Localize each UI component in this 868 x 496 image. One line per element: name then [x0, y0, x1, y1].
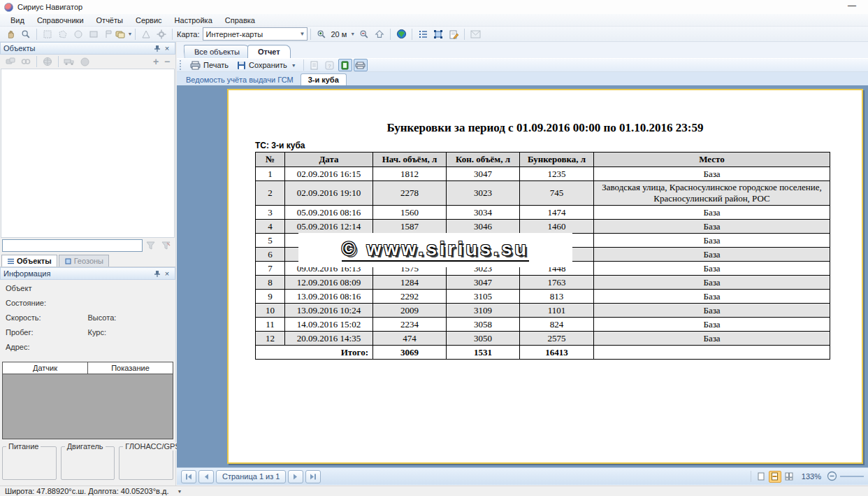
tab-report[interactable]: Отчет: [247, 45, 291, 58]
table-row: 12 20.09.2016 14:35 474 3050 2575 База: [256, 332, 830, 346]
toolbar-separator: [36, 29, 37, 40]
layers-icon[interactable]: ▼: [117, 27, 131, 41]
book-view-icon[interactable]: [338, 59, 352, 71]
table-row: 2 02.09.2016 19:10 2278 3023 745 Заводск…: [256, 181, 830, 206]
edit-report-icon[interactable]: [447, 27, 461, 41]
sensor-col-header: Показание: [88, 362, 173, 374]
window-title: Сириус Навигатор: [17, 3, 82, 11]
zoom-slider[interactable]: [840, 476, 864, 477]
table-total-row: Итого: 3069 1531 16413: [256, 346, 830, 360]
track-list-icon[interactable]: [416, 27, 430, 41]
address-label: Адрес:: [6, 343, 170, 351]
rect-zoom-icon[interactable]: [87, 27, 101, 41]
zoom-select-icon[interactable]: [19, 27, 33, 41]
print-button[interactable]: Печать: [186, 60, 233, 71]
report-vehicle: ТС: 3-и куба: [255, 141, 862, 150]
toolbar-grip[interactable]: [180, 60, 183, 70]
map-combobox-value: Интернет-карты: [206, 30, 263, 38]
map-label: Карта:: [177, 30, 200, 38]
minimize-button[interactable]: —: [846, 1, 858, 11]
sphere-icon[interactable]: [78, 55, 92, 69]
polygon-select-icon[interactable]: [56, 27, 70, 41]
mileage-label: Пробег:: [6, 328, 88, 336]
total-start-volume: 3069: [373, 346, 447, 360]
zoom-in-icon[interactable]: [314, 27, 328, 41]
zoom-scale-value[interactable]: 20 м: [331, 30, 347, 38]
close-icon[interactable]: ×: [162, 43, 172, 53]
report-toolbar: Печать Сохранить ▼ ?: [177, 58, 868, 72]
chevron-down-icon[interactable]: ▼: [350, 31, 355, 36]
print-layout-icon[interactable]: [354, 59, 368, 71]
object-label: Объект: [6, 284, 170, 292]
state-label: Состояние:: [6, 299, 170, 307]
tab-geozones[interactable]: Геозоны: [59, 255, 109, 267]
link-icon[interactable]: [19, 55, 33, 69]
save-button[interactable]: Сохранить ▼: [233, 60, 301, 71]
toolbar-separator: [390, 29, 391, 40]
menu-item[interactable]: Сервис: [129, 14, 168, 27]
home-icon[interactable]: [372, 27, 386, 41]
info-panel-header: Информация ×: [0, 267, 175, 280]
settings-gear-icon[interactable]: [154, 27, 168, 41]
angle-measure-icon[interactable]: [139, 27, 153, 41]
multi-page-view-icon[interactable]: [783, 471, 795, 483]
map-select-rect-icon[interactable]: [41, 27, 55, 41]
objects-panel-header: Объекты ×: [0, 42, 175, 55]
first-page-button[interactable]: [181, 470, 196, 483]
filter-icon[interactable]: [143, 239, 157, 253]
mail-icon[interactable]: [468, 27, 482, 41]
next-page-button[interactable]: [288, 470, 303, 483]
truck-icon[interactable]: [62, 55, 76, 69]
objects-list[interactable]: [1, 69, 175, 238]
chevron-down-icon: ▼: [128, 31, 133, 36]
menu-item[interactable]: Настройка: [168, 14, 219, 27]
tab-gsm-report[interactable]: Ведомость учёта выдачи ГСМ: [179, 74, 301, 85]
status-dropdown-icon[interactable]: ▼: [177, 489, 182, 494]
tab-3i-kuba[interactable]: 3-и куба: [301, 73, 347, 85]
web-icon[interactable]: [41, 55, 55, 69]
menu-item[interactable]: Отчёты: [90, 14, 129, 27]
zoom-out-icon[interactable]: [357, 27, 371, 41]
toolbar-separator: [36, 56, 37, 67]
save-dropdown-icon[interactable]: ▼: [291, 63, 296, 68]
tab-all-objects[interactable]: Все объекты: [184, 45, 251, 58]
info-fields: Объект Состояние: Скорость: Высота: Проб…: [0, 280, 175, 359]
help-icon[interactable]: ?: [323, 59, 337, 71]
geofence-icon[interactable]: [431, 27, 445, 41]
fit-width-view-icon[interactable]: [769, 471, 781, 483]
filter-input[interactable]: [2, 239, 143, 252]
remove-object-icon[interactable]: −: [161, 56, 173, 67]
vehicle-group-icon[interactable]: [3, 55, 17, 69]
prev-page-button[interactable]: [198, 470, 214, 483]
sensor-table-body: [3, 374, 173, 439]
menu-item[interactable]: Справка: [219, 14, 261, 27]
coordinates-text: Широта: 47.88920°с.ш. Долгота: 40.05203°…: [5, 487, 168, 495]
page-setup-icon[interactable]: [308, 59, 321, 71]
circle-select-icon[interactable]: [71, 27, 85, 41]
menu-item[interactable]: Справочники: [31, 14, 90, 27]
close-icon[interactable]: ×: [162, 269, 172, 278]
table-row: 9 13.09.2016 08:16 2292 3105 813 База: [256, 290, 830, 304]
clear-filter-icon[interactable]: [159, 239, 173, 253]
main-tab-bar: Все объекты Отчет: [177, 42, 868, 58]
globe-icon[interactable]: [394, 27, 408, 41]
report-title: Бункеровки за период с 01.09.2016 00:00 …: [229, 121, 862, 135]
altitude-label: Высота:: [88, 313, 171, 322]
add-object-icon[interactable]: +: [150, 56, 161, 67]
pin-icon[interactable]: [152, 43, 162, 53]
ruler-flag-icon[interactable]: [102, 27, 116, 41]
status-groups: Питание Двигатель ГЛОНАСС/GPS: [0, 439, 175, 480]
pin-icon[interactable]: [152, 269, 162, 278]
zoom-out-slider-button[interactable]: [827, 471, 837, 483]
single-page-view-icon[interactable]: [755, 471, 767, 483]
last-page-button[interactable]: [305, 470, 321, 483]
toolbar-separator: [58, 56, 59, 67]
tab-objects[interactable]: Объекты: [1, 255, 57, 267]
zoom-controls: 133%: [748, 471, 864, 483]
map-combobox[interactable]: Интернет-карты ▼: [203, 27, 308, 41]
report-viewer[interactable]: Бункеровки за период с 01.09.2016 00:00 …: [177, 85, 868, 467]
info-panel-title: Информация: [3, 269, 50, 278]
menu-item[interactable]: Вид: [4, 14, 31, 27]
pan-hand-icon[interactable]: [3, 27, 17, 41]
left-panel-tabs: Объекты Геозоны: [0, 253, 175, 267]
